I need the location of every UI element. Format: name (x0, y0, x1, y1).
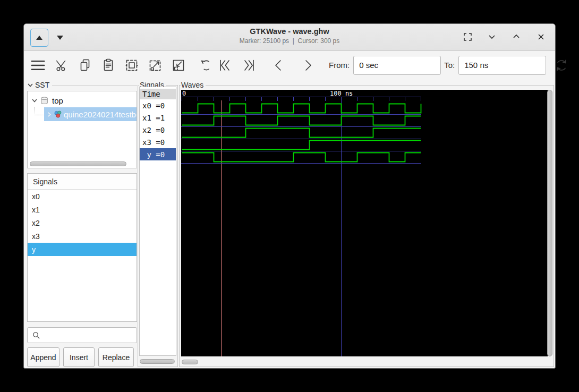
chevron-left-icon (272, 58, 285, 73)
chevron-down-icon (31, 97, 38, 104)
sst-pane: SST top (27, 81, 137, 367)
signals-list-header: Signals (28, 174, 137, 190)
svg-text:0: 0 (182, 90, 186, 97)
waveform-plot: 0100 ns (181, 90, 548, 356)
zoom-fit-icon (124, 58, 139, 73)
skip-end-icon (241, 58, 256, 73)
replace-button[interactable]: Replace (98, 347, 134, 367)
tree-child-label: quine20240214testbench (64, 110, 137, 119)
chevron-down-icon (488, 32, 496, 41)
copy-icon (78, 58, 92, 73)
signal-item-x3[interactable]: x3 (28, 229, 137, 243)
skip-to-start-button[interactable] (217, 57, 233, 73)
zoom-in-icon (148, 58, 163, 73)
chevron-down-icon (27, 82, 33, 88)
tree-root-label: top (52, 96, 63, 105)
search-icon (32, 331, 41, 340)
from-label: From: (329, 61, 350, 70)
close-button[interactable] (535, 31, 547, 42)
to-label: To: (444, 61, 455, 70)
frame-line (52, 86, 137, 86)
minimize-button[interactable] (486, 31, 498, 42)
hamburger-icon (30, 58, 46, 72)
name-row-y[interactable]: y =0 (140, 148, 176, 160)
close-icon (537, 33, 545, 41)
zoom-fit-button[interactable] (124, 57, 139, 73)
prev-edge-button[interactable] (270, 57, 286, 73)
name-row-x3[interactable]: x3 =0 (140, 136, 176, 148)
name-row-x0[interactable]: x0 =0 (140, 99, 176, 112)
sst-expander[interactable]: SST (27, 81, 137, 89)
signal-names-box: Time x0 =0 x1 =1 x2 =0 x3 =0 y =0 (139, 87, 176, 356)
scope-cylinder-icon (40, 96, 49, 105)
fullscreen-button[interactable] (462, 31, 473, 42)
waves-header: Waves (181, 81, 206, 89)
paste-icon (101, 58, 116, 73)
reload-button[interactable] (554, 57, 569, 73)
waves-hscrollbar-track[interactable] (181, 360, 548, 364)
scissors-icon (55, 58, 69, 73)
cut-button[interactable] (54, 57, 69, 73)
tree-selected-row[interactable]: quine20240214testbench (44, 107, 137, 121)
signal-item-x1[interactable]: x1 (28, 203, 137, 216)
tree-hscrollbar-thumb[interactable] (30, 161, 126, 166)
gtkwave-window: GTKWave - wave.ghw Marker: 25100 ps | Cu… (23, 23, 556, 369)
time-header[interactable]: Time (140, 89, 176, 99)
sst-tree: top quine20240214testbench (27, 91, 137, 168)
paste-button[interactable] (100, 57, 116, 73)
name-row-x2[interactable]: x2 =0 (140, 124, 176, 136)
signal-buttons: Append Insert Replace (27, 347, 137, 367)
reload-icon (554, 58, 569, 73)
waves-pane: Waves 0100 ns (179, 85, 554, 367)
fullscreen-icon (463, 32, 472, 41)
tree-row-testbench[interactable]: quine20240214testbench (28, 107, 137, 121)
append-button[interactable]: Append (27, 347, 59, 367)
insert-button[interactable]: Insert (63, 347, 95, 367)
undo-button[interactable] (194, 57, 209, 73)
undo-icon (194, 58, 209, 73)
zoom-out-icon (171, 58, 186, 73)
toolbar: From: To: (24, 51, 555, 79)
titlebar[interactable]: GTKWave - wave.ghw Marker: 25100 ps | Cu… (24, 24, 555, 51)
component-icon (54, 110, 62, 118)
from-input[interactable] (353, 56, 441, 75)
chevron-right-icon (302, 58, 314, 73)
signal-item-y[interactable]: y (28, 243, 137, 256)
signal-item-x2[interactable]: x2 (28, 216, 137, 229)
chevron-up-icon (512, 32, 521, 41)
names-hscrollbar-thumb[interactable] (140, 359, 175, 364)
to-input[interactable] (458, 56, 546, 75)
sst-header: SST (35, 81, 49, 89)
signals-listbox: Signals x0 x1 x2 x3 y (27, 173, 137, 322)
wave-canvas[interactable]: 0100 ns (181, 90, 548, 356)
skip-start-icon (218, 58, 233, 73)
tree-guide (35, 107, 44, 115)
zoom-in-button[interactable] (147, 57, 163, 73)
svg-text:100 ns: 100 ns (330, 90, 353, 97)
signal-item-x0[interactable]: x0 (28, 190, 137, 203)
waves-vscrollbar-thumb[interactable] (547, 90, 552, 356)
maximize-button[interactable] (510, 31, 522, 42)
name-row-x1[interactable]: x1 =1 (140, 112, 176, 124)
chevron-right-icon (46, 112, 52, 117)
tree-row-top[interactable]: top (28, 93, 137, 107)
signal-names-pane: Signals Time x0 =0 x1 =1 x2 =0 x3 =0 y =… (138, 85, 178, 367)
zoom-out-button[interactable] (171, 57, 186, 73)
signal-search-field[interactable] (27, 327, 137, 343)
next-edge-button[interactable] (300, 57, 316, 73)
copy-button[interactable] (77, 57, 92, 73)
waves-hscrollbar-thumb[interactable] (182, 360, 198, 364)
menu-button[interactable] (30, 57, 46, 73)
skip-to-end-button[interactable] (241, 57, 256, 73)
